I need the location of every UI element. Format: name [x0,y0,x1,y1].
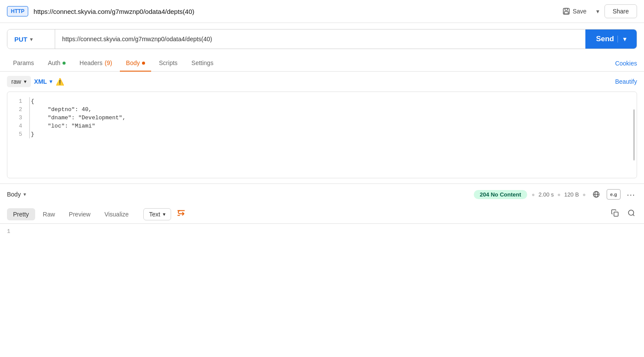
resp-tab-preview[interactable]: Preview [63,208,97,220]
response-label[interactable]: Body ▾ [7,191,26,198]
top-actions: Save ▾ Share [558,4,637,18]
code-line-2: 2 "deptno": 40, [7,105,637,114]
resp-actions [609,207,637,221]
code-lines: 1 { 2 "deptno": 40, 3 "dname": "Developm… [7,92,637,144]
save-button[interactable]: Save [558,5,591,18]
more-options-icon[interactable]: ··· [625,188,637,200]
tab-params[interactable]: Params [7,55,40,72]
wrap-icon[interactable] [176,208,186,220]
warning-icon[interactable]: ⚠️ [56,78,64,86]
svg-rect-2 [564,12,568,14]
format-select[interactable]: Text ▾ [143,208,171,220]
url-input[interactable] [55,29,585,49]
http-badge: HTTP [7,6,28,16]
top-url: https://connect.skyvia.com/g7mwznp0/odat… [33,8,552,15]
body-dot [142,62,145,65]
request-tabs: Params Auth Headers (9) Body Scripts Set… [0,55,644,72]
resp-tab-visualize[interactable]: Visualize [98,208,135,220]
response-body: 1 [0,224,644,239]
resp-line-1: 1 [7,228,10,235]
xml-select[interactable]: XML ▾ [34,78,53,85]
beautify-button[interactable]: Beautify [615,78,637,85]
raw-chevron-icon: ▾ [24,79,26,85]
svg-rect-1 [565,8,568,10]
example-icon[interactable]: e.g [607,189,621,200]
response-meta: ● 2.00 s ● 120 B ● [532,191,586,198]
save-icon [562,7,570,15]
code-line-4: 4 "loc": "Miami" [7,122,637,130]
body-toolbar: raw ▾ XML ▾ ⚠️ Beautify [0,72,644,92]
tab-auth[interactable]: Auth [42,55,72,72]
svg-rect-8 [614,212,618,216]
tab-settings[interactable]: Settings [185,55,220,72]
code-line-1: 1 { [7,97,637,105]
response-tabs: Pretty Raw Preview Visualize Text ▾ [0,205,644,224]
response-size: 120 B [564,191,579,198]
tab-headers[interactable]: Headers (9) [73,55,118,72]
status-badge: 204 No Content [474,190,527,199]
share-button[interactable]: Share [604,4,637,18]
raw-select[interactable]: raw ▾ [7,76,31,87]
send-button[interactable]: Send ▾ [585,29,637,49]
response-chevron-icon: ▾ [23,191,26,197]
response-time: 2.00 s [538,191,554,198]
auth-dot [63,62,66,65]
search-button[interactable] [626,207,637,221]
resp-tab-pretty[interactable]: Pretty [7,208,35,220]
method-label: PUT [14,36,27,43]
code-line-5: 5 } [7,130,637,138]
code-editor[interactable]: 1 { 2 "deptno": 40, 3 "dname": "Developm… [7,92,637,178]
xml-chevron-icon: ▾ [50,79,52,85]
tab-scripts[interactable]: Scripts [153,55,184,72]
cookies-link[interactable]: Cookies [615,56,637,71]
response-bar: Body ▾ 204 No Content ● 2.00 s ● 120 B ●… [0,183,644,205]
headers-count: (9) [105,59,112,66]
format-chevron-icon: ▾ [163,211,165,217]
top-bar: HTTP https://connect.skyvia.com/g7mwznp0… [0,0,644,23]
globe-icon[interactable] [590,188,602,200]
method-chevron-icon: ▾ [30,36,33,43]
send-chevron-icon[interactable]: ▾ [618,36,626,43]
resp-tab-raw[interactable]: Raw [37,208,61,220]
scrollbar[interactable] [633,109,635,161]
svg-line-10 [633,214,634,216]
method-select[interactable]: PUT ▾ [7,29,55,49]
save-dropdown-button[interactable]: ▾ [594,5,601,17]
svg-point-9 [628,210,634,215]
code-line-3: 3 "dname": "Development", [7,114,637,122]
tab-body[interactable]: Body [120,55,151,72]
request-line: PUT ▾ Send ▾ [7,29,637,49]
copy-button[interactable] [609,207,621,221]
